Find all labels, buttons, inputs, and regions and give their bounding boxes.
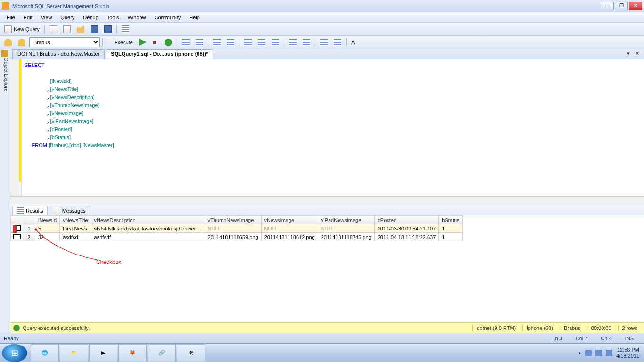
- status-ready: Ready: [4, 336, 19, 341]
- result-tabs: Results Messages: [10, 204, 644, 215]
- editor-margin: [10, 59, 22, 196]
- comment-icon[interactable]: [287, 37, 299, 48]
- close-button[interactable]: ✕: [629, 2, 642, 10]
- parse-icon[interactable]: [162, 37, 174, 48]
- sql-editor[interactable]: SELECT [iNewsId] ,[vNewsTitle] ,[vNewsDe…: [22, 59, 644, 196]
- stop-icon[interactable]: ■: [150, 37, 161, 48]
- task-explorer[interactable]: 📁: [60, 344, 88, 362]
- results-file-icon[interactable]: [269, 37, 281, 48]
- menu-community[interactable]: Community: [151, 14, 185, 21]
- include-stats-icon[interactable]: [224, 37, 237, 48]
- clock[interactable]: 12:58 PM 4/18/2011: [616, 347, 639, 359]
- workspace: Object Explorer DOTNET.Brabus - dbo.News…: [0, 49, 644, 333]
- new-file-icon[interactable]: [47, 24, 59, 34]
- tab-controls[interactable]: ▾ ✕: [627, 50, 641, 57]
- titlebar: Microsoft SQL Server Management Studio —…: [0, 0, 644, 12]
- results-grid-icon[interactable]: [256, 37, 268, 48]
- tray-volume-icon[interactable]: [606, 350, 612, 356]
- toolbar-sql: Brabus ! Execute ■ A: [0, 36, 644, 49]
- debug-icon[interactable]: [137, 37, 149, 48]
- menu-help[interactable]: Help: [185, 14, 204, 21]
- menu-edit[interactable]: Edit: [20, 14, 36, 21]
- minimize-button[interactable]: —: [601, 2, 614, 10]
- results-table: iNewsIdvNewsTitlevNewsDescriptionvThumbN…: [10, 215, 463, 241]
- tray-flag-icon[interactable]: [585, 350, 592, 356]
- start-button[interactable]: ⊞: [2, 344, 27, 362]
- database-selector[interactable]: Brabus: [29, 37, 100, 47]
- save-all-icon[interactable]: [102, 24, 114, 34]
- app-icon: [2, 2, 9, 10]
- menu-query[interactable]: Query: [57, 14, 78, 21]
- status-db: Brabus: [560, 325, 584, 331]
- menu-file[interactable]: File: [3, 14, 19, 21]
- toolbar-standard: New Query: [0, 23, 644, 36]
- change-connection-icon[interactable]: [2, 37, 14, 48]
- new-query-icon: [4, 25, 12, 33]
- activity-monitor-icon[interactable]: [119, 24, 132, 34]
- taskbar: ⊞ 🌐 📁 ▶ 🦊 🔗 🛠 ▴ 12:58 PM 4/18/2011: [0, 343, 644, 362]
- uncomment-icon[interactable]: [300, 37, 313, 48]
- object-explorer-label: Object Explorer: [3, 58, 9, 93]
- task-media[interactable]: ▶: [89, 344, 117, 362]
- task-ie[interactable]: 🌐: [31, 344, 59, 362]
- display-plan-icon[interactable]: [180, 37, 192, 48]
- messages-icon: [53, 207, 60, 214]
- menu-debug[interactable]: Debug: [79, 14, 102, 21]
- status-ins: INS: [619, 336, 640, 341]
- decrease-indent-icon[interactable]: [318, 37, 330, 48]
- tab-table-designer[interactable]: DOTNET.Brabus - dbo.NewsMaster: [12, 49, 105, 59]
- status-time: 00:00:00: [587, 325, 615, 331]
- new-query-button[interactable]: New Query: [2, 24, 42, 34]
- results-icon: [17, 207, 24, 214]
- design-query-icon[interactable]: [193, 37, 206, 48]
- document-tabs: DOTNET.Brabus - dbo.NewsMaster SQLQuery1…: [10, 49, 644, 59]
- status-ch: Ch 4: [594, 336, 618, 341]
- editor-hscrollbar[interactable]: [10, 196, 644, 204]
- editor-pane: SELECT [iNewsId] ,[vNewsTitle] ,[vNewsDe…: [10, 59, 644, 196]
- menu-tools[interactable]: Tools: [103, 14, 123, 21]
- results-text-icon[interactable]: [242, 37, 254, 48]
- query-status-bar: Query executed successfully. dotnet (9.0…: [10, 322, 644, 333]
- status-col: Col 7: [569, 336, 594, 341]
- task-ssms[interactable]: 🛠: [177, 344, 205, 362]
- status-user: iphone (68): [522, 325, 557, 331]
- success-icon: [13, 325, 20, 331]
- tab-results[interactable]: Results: [12, 206, 48, 215]
- object-explorer-tab[interactable]: Object Explorer: [0, 49, 10, 333]
- window-controls: — ❐ ✕: [601, 2, 642, 10]
- execute-button[interactable]: ! Execute: [105, 37, 135, 48]
- open-icon[interactable]: [74, 24, 87, 34]
- pin-icon[interactable]: [1, 50, 8, 57]
- tab-sql-query[interactable]: SQLQuery1.sql - Do...bus (iphone (68))*: [106, 49, 213, 59]
- menu-view[interactable]: View: [37, 14, 56, 21]
- app-title: Microsoft SQL Server Management Studio: [12, 3, 601, 9]
- task-firefox[interactable]: 🦊: [118, 344, 147, 362]
- tray-chevron-icon[interactable]: ▴: [578, 350, 581, 356]
- tab-messages[interactable]: Messages: [49, 206, 90, 215]
- available-db-icon[interactable]: [16, 37, 28, 48]
- specify-values-icon[interactable]: A: [349, 37, 359, 48]
- new-project-icon[interactable]: [61, 24, 73, 34]
- execute-label: Execute: [114, 40, 133, 45]
- ide-status-bar: Ready Ln 3 Col 7 Ch 4 INS: [0, 333, 644, 343]
- maximize-button[interactable]: ❐: [615, 2, 628, 10]
- status-message: Query executed successfully.: [23, 325, 90, 331]
- new-query-label: New Query: [14, 26, 40, 32]
- increase-indent-icon[interactable]: [331, 37, 344, 48]
- tray-network-icon[interactable]: [595, 350, 602, 356]
- system-tray[interactable]: ▴ 12:58 PM 4/18/2011: [576, 347, 642, 359]
- results-grid[interactable]: iNewsIdvNewsTitlevNewsDescriptionvThumbN…: [10, 215, 644, 322]
- status-line: Ln 3: [545, 336, 569, 341]
- status-rows: 2 rows: [618, 325, 641, 331]
- status-server: dotnet (9.0 RTM): [472, 325, 520, 331]
- menubar: File Edit View Query Debug Tools Window …: [0, 12, 644, 23]
- main-area: DOTNET.Brabus - dbo.NewsMaster SQLQuery1…: [10, 49, 644, 333]
- task-app1[interactable]: 🔗: [148, 344, 176, 362]
- include-plan-icon[interactable]: [211, 37, 223, 48]
- save-icon[interactable]: [88, 24, 100, 34]
- menu-window[interactable]: Window: [124, 14, 149, 21]
- annotation-checkbox: Checkbox: [96, 259, 121, 265]
